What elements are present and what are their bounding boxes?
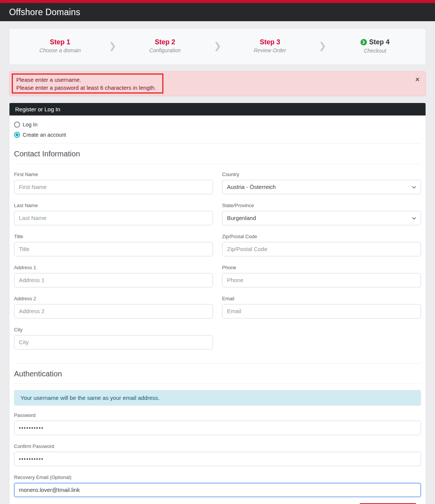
chevron-right-icon: ❯ xyxy=(317,41,328,50)
country-selected-value: Austria - Österreich xyxy=(227,184,276,190)
address2-label: Address 2 xyxy=(14,296,213,301)
country-field-group: Country Austria - Österreich xyxy=(222,172,421,194)
chevron-down-icon xyxy=(412,185,416,190)
step-4-checkout: Step 4 Checkout xyxy=(328,38,422,54)
address2-input[interactable] xyxy=(14,304,213,318)
radio-option-login[interactable]: Log In xyxy=(14,122,421,128)
register-card-header: Register or Log In xyxy=(9,103,426,115)
email-input[interactable] xyxy=(222,304,421,318)
validation-error-alert: Please enter a username. Please enter a … xyxy=(9,71,426,96)
step-4-title: Step 4 xyxy=(360,38,390,46)
recovery-email-label: Recovery Email (Optional) xyxy=(14,474,421,480)
zip-input[interactable] xyxy=(222,242,421,256)
step-4-subtitle: Checkout xyxy=(328,48,422,54)
phone-input[interactable] xyxy=(222,273,421,287)
checkout-steps: Step 1 Choose a domain ❯ Step 2 Configur… xyxy=(9,28,426,65)
address1-input[interactable] xyxy=(14,273,213,287)
chevron-right-icon: ❯ xyxy=(212,41,223,50)
error-line-password: Please enter a password at least 6 chara… xyxy=(16,84,410,92)
close-icon[interactable]: × xyxy=(415,76,419,83)
chevron-right-icon: ❯ xyxy=(107,41,118,50)
password-label: Password xyxy=(14,412,421,418)
city-input[interactable] xyxy=(14,335,213,350)
confirm-password-field-group: Confirm Password xyxy=(14,443,421,466)
chevron-down-icon xyxy=(412,216,416,221)
zip-label: Zip/Postal Code xyxy=(222,234,421,239)
step-3-review-order[interactable]: Step 3 Review Order xyxy=(223,38,317,53)
state-select[interactable]: Burgenland xyxy=(222,211,421,225)
city-field-group: City xyxy=(14,327,213,350)
state-selected-value: Burgenland xyxy=(227,215,256,221)
divider xyxy=(14,164,421,164)
step-2-title: Step 2 xyxy=(118,38,212,46)
step-3-subtitle: Review Order xyxy=(223,47,317,53)
country-label: Country xyxy=(222,172,421,177)
username-info-alert: Your username will be the same as your e… xyxy=(14,390,421,406)
phone-field-group: Phone xyxy=(222,265,421,287)
radio-option-create-account[interactable]: Create an account xyxy=(14,132,421,138)
zip-field-group: Zip/Postal Code xyxy=(222,234,421,256)
top-navbar: Offshore Domains xyxy=(0,3,435,21)
last-name-input[interactable] xyxy=(14,211,213,225)
register-card: Register or Log In Log In Create an acco… xyxy=(9,103,426,504)
confirm-password-input[interactable] xyxy=(14,452,421,466)
brand-accent-strip xyxy=(0,0,435,3)
recovery-email-field-group: Recovery Email (Optional) xyxy=(14,474,421,497)
first-name-label: First Name xyxy=(14,172,213,177)
divider xyxy=(14,384,421,384)
phone-label: Phone xyxy=(222,265,421,270)
address1-field-group: Address 1 xyxy=(14,265,213,287)
step-4-title-text: Step 4 xyxy=(369,38,390,46)
error-line-username: Please enter a username. xyxy=(16,76,410,84)
state-label: State/Province xyxy=(222,203,421,208)
first-name-input[interactable] xyxy=(14,180,213,194)
radio-register-label: Create an account xyxy=(23,132,66,138)
address2-field-group: Address 2 xyxy=(14,296,213,318)
radio-unchecked-icon[interactable] xyxy=(14,122,20,128)
city-label: City xyxy=(14,327,213,332)
confirm-password-label: Confirm Password xyxy=(14,443,421,449)
divider xyxy=(14,363,421,364)
site-title: Offshore Domains xyxy=(9,7,80,17)
radio-login-label: Log In xyxy=(23,122,37,128)
title-label: Title xyxy=(14,234,213,239)
email-field-group: Email xyxy=(222,296,421,318)
step-1-subtitle: Choose a domain xyxy=(13,47,107,53)
step-2-configuration[interactable]: Step 2 Configuration xyxy=(118,38,212,53)
circle-arrow-right-icon xyxy=(360,39,367,45)
radio-checked-icon[interactable] xyxy=(14,132,20,138)
title-field-group: Title xyxy=(14,234,213,256)
address1-label: Address 1 xyxy=(14,265,213,270)
password-input[interactable] xyxy=(14,421,421,435)
recovery-email-input[interactable] xyxy=(14,483,421,497)
password-field-group: Password xyxy=(14,412,421,435)
state-field-group: State/Province Burgenland xyxy=(222,203,421,225)
authentication-heading: Authentication xyxy=(14,370,421,378)
title-input[interactable] xyxy=(14,242,213,256)
last-name-field-group: Last Name xyxy=(14,203,213,225)
step-2-subtitle: Configuration xyxy=(118,47,212,53)
divider xyxy=(14,143,421,144)
first-name-field-group: First Name xyxy=(14,172,213,194)
step-3-title: Step 3 xyxy=(223,38,317,46)
step-1-choose-domain[interactable]: Step 1 Choose a domain xyxy=(13,38,107,53)
email-label: Email xyxy=(222,296,421,301)
contact-information-heading: Contact Information xyxy=(14,150,421,158)
country-select[interactable]: Austria - Österreich xyxy=(222,180,421,194)
step-1-title: Step 1 xyxy=(13,38,107,46)
last-name-label: Last Name xyxy=(14,203,213,208)
